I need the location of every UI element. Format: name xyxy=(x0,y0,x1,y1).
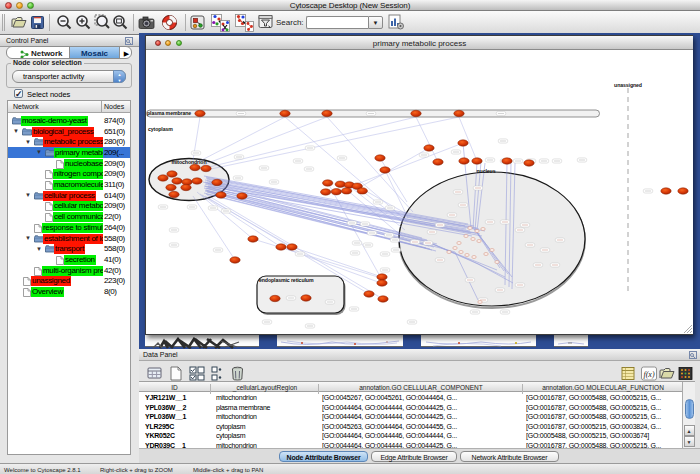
svg-text:mitochondrion: mitochondrion xyxy=(171,159,206,165)
svg-text:endoplasmic reticulum: endoplasmic reticulum xyxy=(259,277,314,283)
svg-text:cytoplasm: cytoplasm xyxy=(148,126,173,132)
svg-text:f(x): f(x) xyxy=(643,370,654,379)
svg-text:plasma membrane: plasma membrane xyxy=(147,110,191,116)
svg-text:unassigned: unassigned xyxy=(614,82,642,88)
svg-text:nucleus: nucleus xyxy=(477,168,496,174)
